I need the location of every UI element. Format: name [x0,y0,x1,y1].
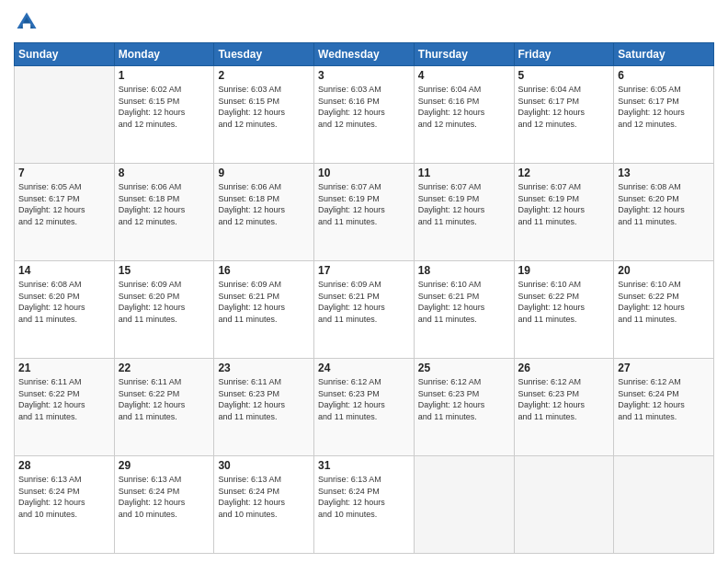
day-info: Sunrise: 6:13 AM Sunset: 6:24 PM Dayligh… [119,474,210,520]
calendar-day-cell: 3Sunrise: 6:03 AM Sunset: 6:16 PM Daylig… [314,66,415,164]
day-number: 27 [618,362,710,374]
weekday-header-saturday: Saturday [614,43,714,66]
day-number: 30 [218,459,310,472]
day-number: 23 [218,362,310,374]
day-number: 4 [418,69,510,82]
calendar-week-row: 1Sunrise: 6:02 AM Sunset: 6:15 PM Daylig… [15,66,714,164]
calendar-day-cell: 6Sunrise: 6:05 AM Sunset: 6:17 PM Daylig… [614,66,714,164]
day-info: Sunrise: 6:11 AM Sunset: 6:22 PM Dayligh… [119,376,210,422]
calendar-day-cell [514,456,614,554]
calendar-day-cell: 29Sunrise: 6:13 AM Sunset: 6:24 PM Dayli… [114,456,214,554]
day-info: Sunrise: 6:10 AM Sunset: 6:21 PM Dayligh… [418,279,510,325]
day-number: 10 [318,167,410,179]
svg-rect-2 [23,23,30,29]
day-info: Sunrise: 6:07 AM Sunset: 6:19 PM Dayligh… [318,181,410,227]
weekday-header-wednesday: Wednesday [314,43,415,66]
day-number: 11 [418,167,510,179]
day-number: 29 [119,459,210,472]
calendar-day-cell: 24Sunrise: 6:12 AM Sunset: 6:23 PM Dayli… [314,359,415,456]
day-info: Sunrise: 6:06 AM Sunset: 6:18 PM Dayligh… [218,181,310,227]
calendar-day-cell: 31Sunrise: 6:13 AM Sunset: 6:24 PM Dayli… [314,456,415,554]
calendar-day-cell: 25Sunrise: 6:12 AM Sunset: 6:23 PM Dayli… [414,359,514,456]
day-number: 1 [119,69,210,82]
day-info: Sunrise: 6:12 AM Sunset: 6:24 PM Dayligh… [618,376,710,422]
day-number: 26 [518,362,610,374]
day-info: Sunrise: 6:09 AM Sunset: 6:20 PM Dayligh… [119,279,210,325]
day-number: 25 [418,362,510,374]
calendar-day-cell: 2Sunrise: 6:03 AM Sunset: 6:15 PM Daylig… [214,66,314,164]
day-number: 13 [618,167,710,179]
calendar-day-cell [15,66,115,164]
calendar-day-cell: 1Sunrise: 6:02 AM Sunset: 6:15 PM Daylig… [114,66,214,164]
calendar-day-cell: 20Sunrise: 6:10 AM Sunset: 6:22 PM Dayli… [614,261,714,359]
day-number: 2 [218,69,310,82]
day-info: Sunrise: 6:12 AM Sunset: 6:23 PM Dayligh… [318,376,410,422]
calendar-day-cell: 28Sunrise: 6:13 AM Sunset: 6:24 PM Dayli… [15,456,115,554]
day-info: Sunrise: 6:10 AM Sunset: 6:22 PM Dayligh… [518,279,610,325]
day-number: 17 [318,264,410,277]
day-number: 16 [218,264,310,277]
calendar-day-cell: 13Sunrise: 6:08 AM Sunset: 6:20 PM Dayli… [614,164,714,261]
calendar-day-cell: 26Sunrise: 6:12 AM Sunset: 6:23 PM Dayli… [514,359,614,456]
day-info: Sunrise: 6:05 AM Sunset: 6:17 PM Dayligh… [618,84,710,130]
day-number: 22 [119,362,210,374]
calendar-day-cell: 22Sunrise: 6:11 AM Sunset: 6:22 PM Dayli… [114,359,214,456]
weekday-header-tuesday: Tuesday [214,43,314,66]
calendar-week-row: 7Sunrise: 6:05 AM Sunset: 6:17 PM Daylig… [15,164,714,261]
day-number: 28 [18,459,110,472]
day-info: Sunrise: 6:07 AM Sunset: 6:19 PM Dayligh… [518,181,610,227]
day-info: Sunrise: 6:12 AM Sunset: 6:23 PM Dayligh… [518,376,610,422]
day-info: Sunrise: 6:13 AM Sunset: 6:24 PM Dayligh… [218,474,310,520]
calendar-day-cell: 19Sunrise: 6:10 AM Sunset: 6:22 PM Dayli… [514,261,614,359]
weekday-header-monday: Monday [114,43,214,66]
day-info: Sunrise: 6:13 AM Sunset: 6:24 PM Dayligh… [318,474,410,520]
weekday-header-row: SundayMondayTuesdayWednesdayThursdayFrid… [15,43,714,66]
day-info: Sunrise: 6:08 AM Sunset: 6:20 PM Dayligh… [618,181,710,227]
calendar-table: SundayMondayTuesdayWednesdayThursdayFrid… [14,42,714,554]
calendar-day-cell: 11Sunrise: 6:07 AM Sunset: 6:19 PM Dayli… [414,164,514,261]
day-info: Sunrise: 6:03 AM Sunset: 6:15 PM Dayligh… [218,84,310,130]
day-number: 8 [119,167,210,179]
weekday-header-sunday: Sunday [15,43,115,66]
day-info: Sunrise: 6:13 AM Sunset: 6:24 PM Dayligh… [18,474,110,520]
calendar-day-cell: 15Sunrise: 6:09 AM Sunset: 6:20 PM Dayli… [114,261,214,359]
calendar-week-row: 28Sunrise: 6:13 AM Sunset: 6:24 PM Dayli… [15,456,714,554]
day-number: 3 [318,69,410,82]
calendar-day-cell: 23Sunrise: 6:11 AM Sunset: 6:23 PM Dayli… [214,359,314,456]
day-info: Sunrise: 6:09 AM Sunset: 6:21 PM Dayligh… [218,279,310,325]
calendar-week-row: 14Sunrise: 6:08 AM Sunset: 6:20 PM Dayli… [15,261,714,359]
calendar-day-cell: 18Sunrise: 6:10 AM Sunset: 6:21 PM Dayli… [414,261,514,359]
day-info: Sunrise: 6:06 AM Sunset: 6:18 PM Dayligh… [119,181,210,227]
day-number: 6 [618,69,710,82]
weekday-header-friday: Friday [514,43,614,66]
day-info: Sunrise: 6:12 AM Sunset: 6:23 PM Dayligh… [418,376,510,422]
day-info: Sunrise: 6:07 AM Sunset: 6:19 PM Dayligh… [418,181,510,227]
day-number: 24 [318,362,410,374]
day-number: 9 [218,167,310,179]
day-info: Sunrise: 6:10 AM Sunset: 6:22 PM Dayligh… [618,279,710,325]
day-info: Sunrise: 6:09 AM Sunset: 6:21 PM Dayligh… [318,279,410,325]
day-info: Sunrise: 6:03 AM Sunset: 6:16 PM Dayligh… [318,84,410,130]
logo [14,9,43,35]
day-number: 14 [18,264,110,277]
calendar-day-cell: 16Sunrise: 6:09 AM Sunset: 6:21 PM Dayli… [214,261,314,359]
day-info: Sunrise: 6:04 AM Sunset: 6:17 PM Dayligh… [518,84,610,130]
header [14,9,714,35]
day-number: 19 [518,264,610,277]
calendar-day-cell: 21Sunrise: 6:11 AM Sunset: 6:22 PM Dayli… [15,359,115,456]
calendar-day-cell: 14Sunrise: 6:08 AM Sunset: 6:20 PM Dayli… [15,261,115,359]
day-info: Sunrise: 6:08 AM Sunset: 6:20 PM Dayligh… [18,279,110,325]
day-number: 5 [518,69,610,82]
day-info: Sunrise: 6:02 AM Sunset: 6:15 PM Dayligh… [119,84,210,130]
day-info: Sunrise: 6:11 AM Sunset: 6:22 PM Dayligh… [18,376,110,422]
page: SundayMondayTuesdayWednesdayThursdayFrid… [0,0,728,563]
weekday-header-thursday: Thursday [414,43,514,66]
calendar-day-cell: 12Sunrise: 6:07 AM Sunset: 6:19 PM Dayli… [514,164,614,261]
day-number: 31 [318,459,410,472]
calendar-day-cell: 17Sunrise: 6:09 AM Sunset: 6:21 PM Dayli… [314,261,415,359]
calendar-day-cell: 8Sunrise: 6:06 AM Sunset: 6:18 PM Daylig… [114,164,214,261]
calendar-day-cell: 4Sunrise: 6:04 AM Sunset: 6:16 PM Daylig… [414,66,514,164]
day-info: Sunrise: 6:11 AM Sunset: 6:23 PM Dayligh… [218,376,310,422]
day-info: Sunrise: 6:05 AM Sunset: 6:17 PM Dayligh… [18,181,110,227]
day-number: 18 [418,264,510,277]
